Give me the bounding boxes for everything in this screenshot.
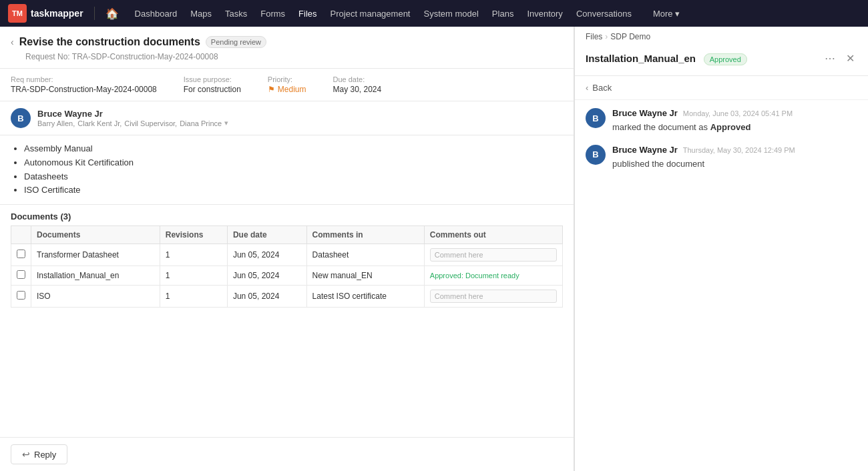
- issue-purpose-label: Issue purpose:: [184, 75, 241, 83]
- doc-item-kit-cert: Autonomous Kit Certification: [24, 156, 563, 170]
- author-role-2: Clark Kent Jr,: [77, 119, 122, 127]
- issue-purpose-value: For construction: [184, 85, 241, 94]
- author-info: Bruce Wayne Jr Barry Allen, Clark Kent J…: [37, 109, 228, 127]
- comment-placeholder-1[interactable]: Comment here: [430, 248, 557, 262]
- more-options-button[interactable]: ⋯: [822, 49, 838, 67]
- nav-link-dashboard[interactable]: Dashboard: [130, 6, 183, 21]
- doc-name-1: Transformer Datasheet: [31, 244, 160, 266]
- doc-name-2: Installation_Manual_en: [31, 266, 160, 286]
- nav-links: Dashboard Maps Tasks Forms Files Project…: [130, 6, 637, 21]
- author-role-1: Barry Allen,: [37, 119, 75, 127]
- col-checkbox: [11, 226, 31, 244]
- messages-list: B Bruce Wayne Jr Monday, June 03, 2024 0…: [575, 100, 868, 471]
- reply-button[interactable]: ↩ Reply: [11, 444, 67, 464]
- doc-comments-out-3[interactable]: Comment here: [424, 286, 562, 308]
- msg-time-1: Monday, June 03, 2024 05:41 PM: [683, 109, 793, 117]
- meta-req-number: Req number: TRA-SDP-Construction-May-202…: [11, 75, 157, 94]
- row-checkbox-2[interactable]: [17, 270, 25, 279]
- doc-revisions-2: 1: [160, 266, 227, 286]
- back-button[interactable]: ‹: [11, 37, 14, 47]
- author-role-3: Civil Supervisor,: [124, 119, 177, 127]
- breadcrumb: Files › SDP Demo: [575, 27, 868, 41]
- right-back-button[interactable]: ‹ Back: [575, 76, 868, 100]
- comment-placeholder-3[interactable]: Comment here: [430, 290, 557, 303]
- close-button[interactable]: ✕: [843, 49, 857, 67]
- doc-due-date-1: Jun 05, 2024: [227, 244, 306, 266]
- meta-priority: Priority: ⚑ Medium: [268, 75, 306, 94]
- breadcrumb-files[interactable]: Files: [586, 32, 602, 41]
- row-checkbox-1[interactable]: [17, 250, 25, 258]
- message-2: B Bruce Wayne Jr Thursday, May 30, 2024 …: [586, 145, 857, 171]
- message-1: B Bruce Wayne Jr Monday, June 03, 2024 0…: [586, 108, 857, 134]
- page-title: Revise the construction documents: [19, 36, 200, 48]
- doc-name-3: ISO: [31, 286, 160, 308]
- nav-divider: [94, 7, 95, 20]
- request-subtitle: Request No: TRA-SDP-Construction-May-202…: [25, 52, 563, 61]
- nav-link-system-model[interactable]: System model: [418, 6, 483, 21]
- back-label: Back: [592, 83, 612, 93]
- doc-due-date-2: Jun 05, 2024: [227, 266, 306, 286]
- nav-link-forms[interactable]: Forms: [255, 6, 290, 21]
- documents-heading: Documents (3): [11, 205, 563, 225]
- nav-link-project-management[interactable]: Project management: [325, 6, 416, 21]
- avatar-1: B: [586, 108, 606, 128]
- doc-comments-out-1[interactable]: Comment here: [424, 244, 562, 266]
- doc-item-assembly-manual: Assembly Manual: [24, 142, 563, 156]
- right-panel-actions: ⋯ ✕: [822, 49, 857, 67]
- reply-bar: ↩ Reply: [0, 437, 574, 471]
- nav-link-inventory[interactable]: Inventory: [521, 6, 568, 21]
- meta-issue-purpose: Issue purpose: For construction: [184, 75, 241, 94]
- top-navigation: TM taskmapper 🏠 Dashboard Maps Tasks For…: [0, 0, 868, 27]
- close-icon: ✕: [846, 53, 855, 64]
- page-header: ‹ Revise the construction documents Pend…: [0, 27, 574, 69]
- doc-comments-out-2: Approved: Document ready: [424, 266, 562, 286]
- breadcrumb-sdp-demo[interactable]: SDP Demo: [610, 32, 650, 41]
- right-title-wrap: Installation_Manual_en Approved: [586, 53, 817, 64]
- doc-comments-in-3: Latest ISO certificate: [306, 286, 424, 308]
- nav-more-button[interactable]: More ▾: [648, 6, 685, 21]
- msg-body-2: published the document: [612, 157, 857, 171]
- col-revisions: Revisions: [160, 226, 227, 244]
- row-checkbox-3[interactable]: [17, 291, 25, 300]
- logo-text: taskmapper: [31, 8, 83, 19]
- reply-label: Reply: [34, 450, 56, 460]
- nav-link-tasks[interactable]: Tasks: [220, 6, 252, 21]
- msg-body-1: marked the document as Approved: [612, 121, 857, 134]
- nav-link-conversations[interactable]: Conversations: [571, 6, 637, 21]
- nav-link-maps[interactable]: Maps: [185, 6, 217, 21]
- meta-due-date: Due date: May 30, 2024: [333, 75, 382, 94]
- due-date-value: May 30, 2024: [333, 85, 382, 94]
- right-panel-title: Installation_Manual_en: [586, 53, 696, 64]
- approved-status: Approved: Document ready: [430, 272, 519, 280]
- avatar: B: [11, 108, 31, 128]
- breadcrumb-separator: ›: [605, 32, 608, 41]
- doc-comments-in-1: Datasheet: [306, 244, 424, 266]
- right-panel-header: Installation_Manual_en Approved ⋯ ✕: [575, 41, 868, 76]
- doc-revisions-3: 1: [160, 286, 227, 308]
- msg-author-1: Bruce Wayne Jr: [612, 108, 678, 118]
- msg-content-1: Bruce Wayne Jr Monday, June 03, 2024 05:…: [612, 108, 857, 134]
- back-arrow-icon: ‹: [586, 83, 588, 93]
- chevron-down-icon: ▾: [675, 9, 680, 19]
- app-logo[interactable]: TM taskmapper: [8, 4, 83, 23]
- nav-link-files[interactable]: Files: [293, 6, 322, 21]
- author-role-4: Diana Prince: [180, 119, 222, 127]
- documents-table-section: Documents (3) Documents Revisions Due da…: [0, 205, 574, 437]
- nav-link-plans[interactable]: Plans: [487, 6, 519, 21]
- doc-item-datasheets: Datasheets: [24, 170, 563, 184]
- home-icon[interactable]: 🏠: [105, 7, 119, 20]
- author-roles: Barry Allen, Clark Kent Jr, Civil Superv…: [37, 119, 228, 127]
- col-comments-out: Comments out: [424, 226, 562, 244]
- doc-item-iso-cert: ISO Certificate: [24, 183, 563, 197]
- due-date-label: Due date:: [333, 75, 382, 83]
- doc-due-date-3: Jun 05, 2024: [227, 286, 306, 308]
- more-icon: ⋯: [825, 53, 835, 64]
- reply-icon: ↩: [22, 449, 30, 460]
- author-row: B Bruce Wayne Jr Barry Allen, Clark Kent…: [0, 101, 574, 135]
- main-layout: ‹ Revise the construction documents Pend…: [0, 27, 868, 471]
- document-list: Assembly Manual Autonomous Kit Certifica…: [0, 135, 574, 205]
- table-row: Installation_Manual_en 1 Jun 05, 2024 Ne…: [11, 266, 563, 286]
- msg-author-2: Bruce Wayne Jr: [612, 145, 678, 155]
- meta-row: Req number: TRA-SDP-Construction-May-202…: [0, 69, 574, 101]
- msg-highlight-1: Approved: [710, 122, 751, 132]
